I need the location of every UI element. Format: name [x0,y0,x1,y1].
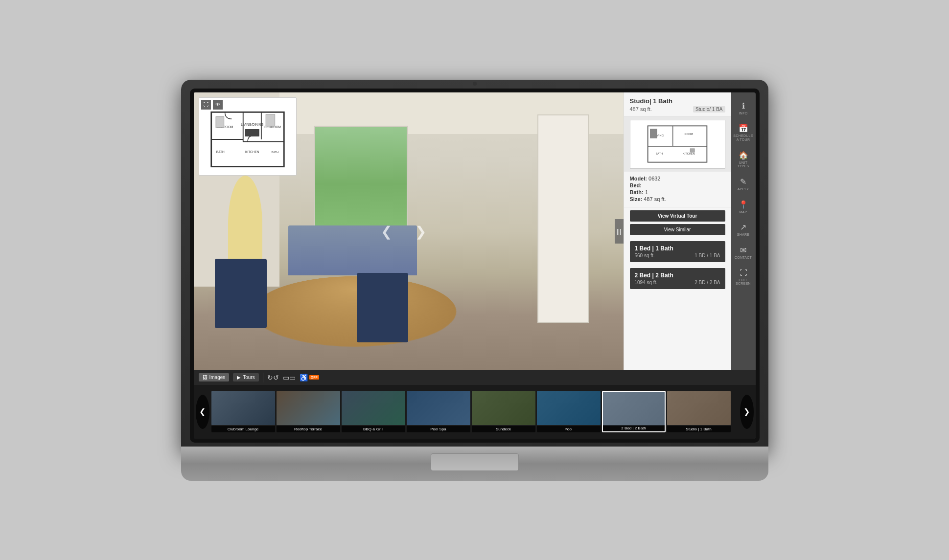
trackpad[interactable] [431,453,519,471]
thumb-rooftop-label: Rooftop Terrace [277,426,340,432]
scene-chair-2 [357,273,408,342]
laptop-body: ⛶ 👁 [181,80,768,451]
thumb-prev-btn[interactable]: ❮ [196,395,209,429]
unit-type-card-1bed[interactable]: 1 Bed | 1 Bath 560 sq ft. 1 BD / 1 BA [630,241,725,262]
vr-icon: ▭▭ [283,374,296,381]
unit-2bed-badge: 2 BD / 2 BA [694,280,720,285]
tours-label: Tours [243,375,255,380]
bath-label: Bath: [630,189,644,195]
sidebar-icon-apply[interactable]: ✎ APPLY [731,173,756,195]
scene-right-door [537,114,589,323]
scene-couch [288,225,417,275]
svg-rect-23 [690,149,694,152]
unit-title: Studio| 1 Bath [630,97,725,105]
toolbar-accessibility-control[interactable]: ♿ OFF [300,374,319,381]
sidebar-icon-info[interactable]: ℹ INFO [731,97,756,119]
unit-actions: View Virtual Tour View Similar [624,207,731,238]
schedule-label: SCHEDULE A TOUR [733,134,754,141]
svg-text:KITCHEN: KITCHEN [683,152,694,155]
thumb-pool-label: Pool [537,426,601,432]
map-label: MAP [739,210,747,214]
thumb-studio-1bath[interactable]: Studio | 1 Bath [667,391,731,432]
sidebar-icon-contact[interactable]: ✉ CONTACT [731,242,756,264]
svg-text:KITCHEN: KITCHEN [245,150,259,153]
thumb-bbq-bg [342,391,405,425]
view-similar-btn[interactable]: View Similar [630,224,725,235]
thumb-clubroom-lounge[interactable]: Clubroom Lounge [211,391,275,432]
floorplan-overlay: ⛶ 👁 [199,97,297,176]
svg-text:BATH: BATH [271,150,278,153]
thumb-bbq-label: BBQ & Grill [342,426,405,432]
unit-panel-floorplan: LIVING ROOM BATH KITCHEN [624,117,731,172]
map-icon: 📍 [739,200,748,209]
sidebar-icon-schedule[interactable]: 📅 SCHEDULE A TOUR [731,120,756,145]
thumb-rooftop-terrace[interactable]: Rooftop Terrace [277,391,340,432]
thumb-sundeck[interactable]: Sundeck [472,391,535,432]
unit-types-label: UNIT TYPES [733,161,754,168]
unit-types-icon: 🏠 [739,151,748,160]
scene-window [314,126,408,243]
screen: ⛶ 👁 [194,92,756,439]
screen-bezel: ⛶ 👁 [190,89,760,443]
apply-icon: ✎ [740,177,746,186]
images-label: Images [209,375,226,380]
thumb-rooftop-bg [277,391,340,425]
contact-label: CONTACT [735,256,752,260]
svg-text:LIVING/DINING: LIVING/DINING [241,123,263,126]
thumb-sundeck-label: Sundeck [472,426,535,432]
sidebar-icons: ℹ INFO 📅 SCHEDULE A TOUR 🏠 UNIT TYPES [731,92,756,370]
laptop-base [181,447,768,481]
unit-details: Model: 0632 Bed: Bath: 1 Size: 487 sq ft… [624,172,731,207]
unit-type-badge: Studio/ 1 BA [693,106,725,112]
info-label: INFO [739,112,748,115]
panoramic-view[interactable]: ⛶ 👁 [194,92,624,370]
unit-type-1bed-meta: 560 sq ft. 1 BD / 1 BA [635,253,720,258]
unit-type-2bed-meta: 1094 sq ft. 2 BD / 2 BA [635,280,720,285]
thumb-clubroom-label: Clubroom Lounge [211,426,275,432]
thumb-2bed-bg [603,392,665,426]
unit-type-1bed-title: 1 Bed | 1 Bath [635,245,720,252]
thumbnails-container: Clubroom Lounge Rooftop Terrace BBQ & Gr… [211,391,738,432]
sidebar-icon-unit-types[interactable]: 🏠 UNIT TYPES [731,147,756,172]
sidebar-icon-share[interactable]: ↗ SHARE [731,219,756,241]
collapse-panel-btn[interactable]: ||| [615,219,624,244]
view-virtual-tour-btn[interactable]: View Virtual Tour [630,210,725,222]
svg-text:ROOM: ROOM [685,133,694,135]
unit-type-card-2bed[interactable]: 2 Bed | 2 Bath 1094 sq ft. 2 BD / 2 BA [630,268,725,289]
toolbar-rotate-control[interactable]: ↻↺ [267,374,279,381]
laptop-wrapper: ⛶ 👁 [181,80,768,481]
floorplan-eye-btn[interactable]: 👁 [213,100,223,110]
share-icon: ↗ [740,223,746,232]
unit-1bed-badge: 1 BD / 1 BA [694,253,720,258]
images-btn[interactable]: 🖼 Images [199,373,230,381]
thumb-2bed-2bath[interactable]: 2 Bed | 2 Bath [602,391,666,432]
thumb-pool[interactable]: Pool [537,391,601,432]
bottom-toolbar: 🖼 Images ▶ Tours ↻↺ ▭▭ [194,370,756,385]
thumb-next-btn[interactable]: ❯ [740,395,754,429]
svg-text:BATH: BATH [216,150,224,153]
svg-rect-13 [245,129,259,136]
off-badge: OFF [309,375,319,380]
tours-btn[interactable]: ▶ Tours [233,373,258,381]
floorplan-expand-btn[interactable]: ⛶ [201,100,211,110]
scene-lamp [228,176,262,273]
thumb-pool-bg [537,391,601,425]
sidebar-icon-fullscreen[interactable]: ⛶ FULL SCREEN [731,265,756,290]
toolbar-sep-1 [263,373,263,382]
size-value: 487 sq ft. [644,196,666,202]
unit-2bed-sqft: 1094 sq ft. [635,280,658,285]
images-icon: 🖼 [203,375,208,380]
toolbar-vr-control[interactable]: ▭▭ [283,374,296,381]
thumb-clubroom-bg [211,391,275,425]
thumb-bbq-grill[interactable]: BBQ & Grill [342,391,405,432]
thumb-sundeck-bg [472,391,535,425]
thumb-pool-spa[interactable]: Pool Spa [407,391,470,432]
sidebar-icon-map[interactable]: 📍 MAP [731,196,756,218]
svg-rect-11 [216,116,224,127]
thumb-studio-label: Studio | 1 Bath [667,426,731,432]
contact-icon: ✉ [740,246,746,255]
thumb-pool-spa-bg [407,391,470,425]
fullscreen-icon: ⛶ [740,269,747,277]
apply-label: APPLY [738,187,749,191]
unit-header: Studio| 1 Bath 487 sq ft. Studio/ 1 BA [624,92,731,117]
